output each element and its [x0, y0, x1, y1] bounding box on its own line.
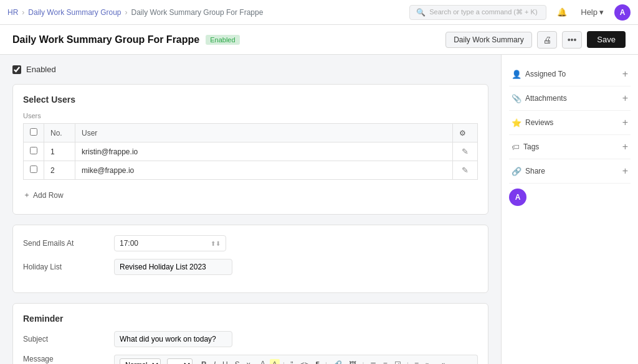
subject-row: Subject What did you work on today?	[23, 331, 478, 347]
holiday-list-row: Holiday List Revised Holiday List 2023	[23, 259, 478, 275]
sidebar-item-attachments: 📎 Attachments +	[509, 86, 631, 111]
sidebar-item-reviews: ⭐ Reviews +	[509, 111, 631, 135]
col-no-header: No.	[44, 124, 75, 142]
code-button[interactable]: <>	[297, 359, 311, 364]
align-button[interactable]: ≡	[412, 359, 421, 364]
table-row: 1 kristin@frappe.io ✎	[24, 142, 478, 161]
user-avatar-button[interactable]: A	[614, 4, 631, 21]
paragraph-button[interactable]: ¶	[313, 359, 321, 364]
bold-button[interactable]: B	[199, 359, 209, 364]
image-button[interactable]: 🖼	[346, 359, 359, 364]
breadcrumb-hr[interactable]: HR	[7, 8, 18, 17]
blockquote-button[interactable]: "	[288, 359, 295, 364]
ordered-list-button[interactable]: ≣	[368, 359, 379, 364]
heading-select[interactable]: ---	[167, 358, 193, 364]
sidebar-item-tags: 🏷 Tags +	[509, 135, 631, 159]
holiday-list-label: Holiday List	[23, 263, 104, 271]
select-all-checkbox[interactable]	[30, 128, 37, 136]
users-label: Users	[23, 112, 478, 119]
subject-label: Subject	[23, 335, 104, 343]
search-icon: 🔍	[416, 8, 426, 17]
indent-left-button[interactable]: ⇤	[423, 359, 434, 364]
sub-header-right: Daily Work Summary 🖨 ••• Save	[445, 31, 626, 49]
share-label: Share	[525, 167, 545, 175]
subscript-button[interactable]: x₂	[244, 359, 256, 364]
row-no-2: 2	[44, 161, 75, 180]
assigned-to-label: Assigned To	[525, 70, 566, 78]
strikethrough-button[interactable]: S	[232, 359, 242, 364]
send-emails-label: Send Emails At	[23, 239, 104, 248]
tags-icon: 🏷	[512, 142, 520, 152]
row-user-2: mike@frappe.io	[75, 161, 453, 180]
bg-color-button[interactable]: A	[270, 359, 280, 364]
tags-add-button[interactable]: +	[622, 141, 628, 152]
col-checkbox-header	[24, 124, 44, 142]
editor-toolbar: Normal --- B I U S x₂ A A | " <>	[114, 355, 478, 364]
top-nav-right: 🔍 Search or type a command (⌘ + K) 🔔 Hel…	[409, 4, 631, 21]
add-icon: ＋	[23, 190, 31, 200]
unordered-list-button[interactable]: ≡	[381, 359, 390, 364]
attachment-icon: 📎	[512, 94, 521, 103]
assigned-to-add-button[interactable]: +	[622, 68, 628, 80]
row-no-1: 1	[44, 142, 75, 161]
attachments-label: Attachments	[525, 94, 567, 103]
search-bar[interactable]: 🔍 Search or type a command (⌘ + K)	[409, 5, 546, 20]
help-button[interactable]: Help ▾	[578, 6, 607, 18]
row-checkbox-1[interactable]	[30, 147, 37, 154]
enabled-label: Enabled	[26, 65, 56, 74]
notifications-bell[interactable]: 🔔	[554, 6, 570, 18]
sub-header-left: Daily Work Summary Group For Frappe Enab…	[12, 34, 240, 45]
holiday-list-input[interactable]: Revised Holiday List 2023	[114, 259, 232, 275]
chevron-down-icon: ▾	[599, 7, 604, 17]
reminder-card: Reminder Subject What did you work on to…	[12, 303, 488, 364]
share-add-button[interactable]: +	[622, 166, 628, 177]
search-placeholder: Search or type a command (⌘ + K)	[429, 8, 537, 16]
spinner-icon: ⬆⬇	[211, 240, 221, 247]
edit-icon-2[interactable]: ✎	[462, 166, 469, 175]
indent-right-button[interactable]: ⇥	[436, 359, 447, 364]
row-user-1: kristin@frappe.io	[75, 142, 453, 161]
assigned-to-icon: 👤	[512, 70, 521, 79]
format-select[interactable]: Normal	[120, 358, 161, 364]
share-icon: 🔗	[512, 167, 521, 176]
breadcrumb: HR › Daily Work Summary Group › Daily Wo…	[7, 8, 263, 17]
row-checkbox-2[interactable]	[30, 166, 37, 173]
table-row: 2 mike@frappe.io ✎	[24, 161, 478, 180]
content-area: Enabled Select Users Users No. User ⚙	[0, 55, 501, 364]
enabled-badge: Enabled	[206, 35, 239, 45]
send-emails-input[interactable]: 17:00 ⬆⬇	[114, 235, 226, 251]
breadcrumb-dws-group[interactable]: Daily Work Summary Group	[28, 8, 121, 17]
reviews-add-button[interactable]: +	[622, 117, 628, 128]
breadcrumb-sep2: ›	[125, 8, 128, 17]
more-options-button[interactable]: •••	[562, 31, 583, 49]
edit-icon-1[interactable]: ✎	[462, 147, 469, 156]
print-button[interactable]: 🖨	[537, 31, 557, 49]
sidebar-item-assigned-to: 👤 Assigned To +	[509, 62, 631, 86]
enabled-checkbox[interactable]	[12, 65, 21, 74]
col-user-header: User	[75, 124, 453, 142]
sidebar-avatar: A	[509, 189, 526, 206]
attachments-add-button[interactable]: +	[622, 93, 628, 104]
sub-header: Daily Work Summary Group For Frappe Enab…	[0, 25, 638, 55]
subject-input[interactable]: What did you work on today?	[114, 331, 232, 347]
checklist-button[interactable]: ☑	[392, 359, 404, 364]
sidebar: 👤 Assigned To + 📎 Attachments + ⭐ Review…	[501, 55, 638, 364]
underline-button[interactable]: U	[220, 359, 231, 364]
tags-label: Tags	[523, 142, 539, 151]
font-color-button[interactable]: A	[258, 358, 268, 364]
save-button[interactable]: Save	[587, 31, 626, 48]
select-users-title: Select Users	[23, 95, 478, 105]
add-row-button[interactable]: ＋ Add Row	[23, 186, 64, 204]
reviews-label: Reviews	[525, 118, 553, 127]
email-settings-card: Send Emails At 17:00 ⬆⬇ Holiday List Rev…	[12, 225, 488, 293]
link-button[interactable]: 🔗	[330, 359, 345, 364]
col-settings-header: ⚙	[453, 124, 478, 142]
dws-button[interactable]: Daily Work Summary	[445, 32, 531, 48]
select-users-card: Select Users Users No. User ⚙ 1 kristin@…	[12, 84, 488, 215]
breadcrumb-current: Daily Work Summary Group For Frappe	[131, 8, 264, 17]
italic-button[interactable]: I	[211, 359, 218, 364]
reviews-icon: ⭐	[512, 118, 521, 128]
editor-container: Normal --- B I U S x₂ A A | " <>	[114, 355, 478, 364]
reminder-title: Reminder	[23, 314, 478, 324]
page-title: Daily Work Summary Group For Frappe	[12, 34, 199, 45]
